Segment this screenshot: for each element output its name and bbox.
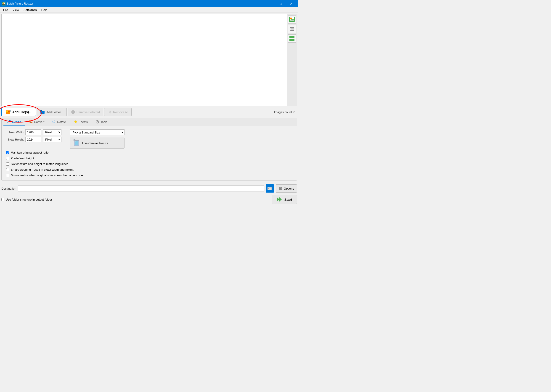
smart-cropping-checkbox[interactable] <box>6 168 9 171</box>
destination-bar: Destination <box>1 183 297 194</box>
canvas-resize-label: Use Canvas Resize <box>82 141 108 145</box>
sidebar-list-view-button[interactable] <box>288 25 296 33</box>
width-unit-select[interactable]: Pixel Percent Centimeter Inch <box>43 129 61 135</box>
height-unit-select[interactable]: Pixel Percent Centimeter Inch <box>43 137 61 142</box>
svg-rect-18 <box>290 39 292 41</box>
destination-input[interactable] <box>18 186 264 191</box>
rotate-tab-icon <box>52 120 56 124</box>
remove-all-icon <box>108 110 112 114</box>
menu-bar: File View SoftOrbits Help <box>0 7 298 13</box>
start-button[interactable]: Start <box>272 195 297 204</box>
tab-effects[interactable]: Effects <box>70 118 92 126</box>
tab-resize[interactable]: Resize <box>3 118 25 126</box>
preview-sidebar <box>287 14 297 106</box>
height-row: New Height Pixel Percent Centimeter Inch <box>5 137 61 142</box>
tab-tools[interactable]: Tools <box>92 118 111 126</box>
add-files-button[interactable]: Add File(s)... <box>1 108 36 116</box>
menu-view[interactable]: View <box>10 8 21 12</box>
do-not-resize-label: Do not resize when original size is less… <box>11 174 83 177</box>
dims-block: New Width Pixel Percent Centimeter Inch <box>5 129 61 142</box>
svg-marker-33 <box>74 120 77 123</box>
svg-rect-2 <box>3 3 4 4</box>
svg-rect-16 <box>290 36 292 38</box>
menu-help[interactable]: Help <box>39 8 50 12</box>
svg-rect-22 <box>8 111 10 112</box>
folder-structure-checkbox[interactable] <box>1 198 4 201</box>
toolbar: Add File(s)... Add Folder... Remove Sele… <box>1 107 297 117</box>
remove-selected-button[interactable]: Remove Selected <box>68 108 103 116</box>
add-files-label: Add File(s)... <box>12 110 31 114</box>
tab-rotate[interactable]: Rotate <box>48 118 69 126</box>
maintain-aspect-row: Maintain original aspect ratio <box>5 151 293 154</box>
maintain-aspect-label: Maintain original aspect ratio <box>11 151 48 154</box>
bottom-footer: Use folder structure in output folder St… <box>1 195 297 204</box>
tools-tab-icon <box>95 120 99 124</box>
tab-convert[interactable]: Convert <box>25 118 48 126</box>
add-folder-button[interactable]: Add Folder... <box>37 108 67 116</box>
svg-rect-3 <box>4 3 5 3</box>
resize-form: New Width Pixel Percent Centimeter Inch <box>5 129 293 177</box>
svg-point-35 <box>97 121 98 122</box>
svg-point-10 <box>290 27 290 28</box>
use-canvas-resize-button[interactable]: Use Canvas Resize <box>70 138 124 148</box>
main-container: Add File(s)... Add Folder... Remove Sele… <box>0 13 298 205</box>
options-gear-icon <box>279 187 282 190</box>
svg-rect-30 <box>72 112 74 112</box>
svg-rect-13 <box>291 28 294 29</box>
menu-softorbits[interactable]: SoftOrbits <box>21 8 39 12</box>
svg-rect-21 <box>6 111 8 112</box>
add-files-wrapper: Add File(s)... <box>1 108 36 116</box>
sidebar-image-view-button[interactable] <box>288 15 296 23</box>
title-bar-controls: – □ ✕ <box>265 0 297 7</box>
options-button[interactable]: Options <box>276 184 297 193</box>
add-folder-label: Add Folder... <box>46 111 63 114</box>
preview-content <box>2 14 287 106</box>
svg-rect-28 <box>40 110 42 111</box>
title-bar-left: Batch Picture Resizer <box>2 2 33 6</box>
sidebar-grid-view-button[interactable] <box>288 35 296 43</box>
width-row: New Width Pixel Percent Centimeter Inch <box>5 129 61 135</box>
remove-all-button[interactable]: Remove All <box>104 108 131 116</box>
minimize-button[interactable]: – <box>265 0 276 7</box>
width-label: New Width <box>5 131 23 134</box>
svg-rect-9 <box>290 21 294 21</box>
predefined-height-label: Predefined height <box>11 156 34 160</box>
predefined-height-checkbox[interactable] <box>6 157 9 160</box>
svg-point-14 <box>290 30 290 31</box>
do-not-resize-checkbox[interactable] <box>6 174 9 177</box>
options-label: Options <box>284 187 294 190</box>
do-not-resize-row: Do not resize when original size is less… <box>5 174 293 177</box>
svg-point-12 <box>290 28 290 29</box>
folder-structure-label: Use folder structure in output folder <box>6 198 52 201</box>
convert-tab-icon <box>29 120 33 124</box>
maximize-button[interactable]: □ <box>276 0 286 7</box>
svg-rect-4 <box>2 4 5 5</box>
close-button[interactable]: ✕ <box>286 0 297 7</box>
svg-rect-41 <box>75 141 78 145</box>
height-label: New Height <box>5 138 23 141</box>
smart-cropping-row: Smart cropping (result in exact width an… <box>5 168 293 171</box>
destination-browse-button[interactable] <box>266 184 274 193</box>
remove-selected-icon <box>71 110 75 114</box>
svg-marker-59 <box>279 197 282 202</box>
smart-cropping-label: Smart cropping (result in exact width an… <box>11 168 74 171</box>
switch-dimensions-checkbox[interactable] <box>6 162 9 166</box>
destination-label: Destination <box>1 187 16 190</box>
standard-size-select[interactable]: Pick a Standard Size 640x480 800x600 102… <box>70 129 124 135</box>
svg-rect-17 <box>292 36 294 38</box>
svg-rect-19 <box>292 39 294 41</box>
maintain-aspect-checkbox[interactable] <box>6 151 9 154</box>
svg-rect-11 <box>291 27 294 28</box>
tabs-area: Resize Convert Rotate <box>1 118 297 181</box>
svg-rect-45 <box>268 187 269 188</box>
svg-rect-15 <box>291 30 294 31</box>
resize-tab-content: New Width Pixel Percent Centimeter Inch <box>2 126 297 180</box>
width-input[interactable] <box>25 129 41 135</box>
start-label: Start <box>284 198 292 202</box>
app-icon <box>2 2 6 6</box>
tabs-row: Resize Convert Rotate <box>2 118 297 126</box>
menu-file[interactable]: File <box>1 8 10 12</box>
images-count: Images count: 0 <box>274 111 297 114</box>
svg-line-55 <box>282 189 282 190</box>
height-input[interactable] <box>25 137 41 142</box>
